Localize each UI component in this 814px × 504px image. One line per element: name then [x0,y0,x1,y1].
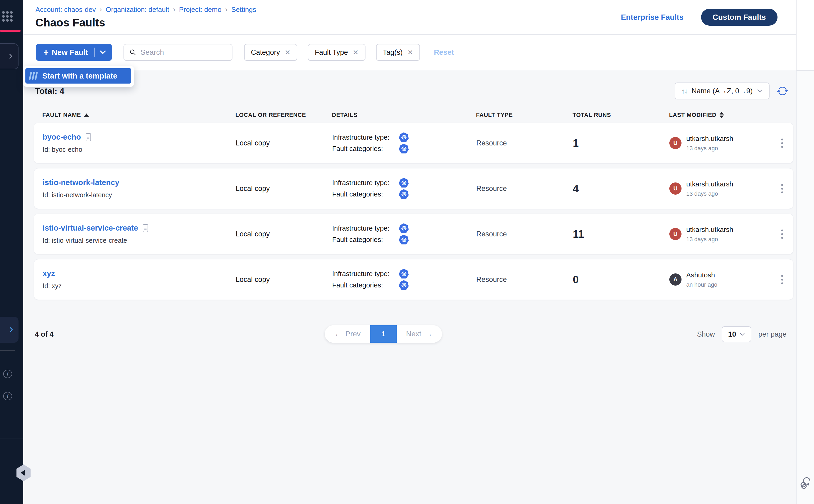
reset-filters-link[interactable]: Reset [434,48,454,57]
kubernetes-icon: ☸ [399,223,409,233]
modified-by: Ashutosh [686,271,717,279]
copy-id-icon[interactable] [142,224,149,232]
table-header: FAULT NAME LOCAL OR REFERENCE DETAILS FA… [34,112,793,118]
app-root: i i Account: chaos-dev › Organization: d… [0,0,814,504]
total-runs: 1 [573,137,669,149]
modified-time: an hour ago [686,281,717,288]
breadcrumb-separator: › [225,5,227,14]
total-count: Total: 4 [34,86,64,96]
row-menu-icon[interactable] [778,182,787,195]
next-label: Next [406,330,422,338]
fault-id: Id: xyz [43,282,236,290]
row-menu-icon[interactable] [778,228,787,240]
info-icon[interactable]: i [3,370,12,378]
table-row[interactable]: xyz Id: xyz Local copy Infrastructure ty… [34,259,793,300]
start-with-template-menu-item[interactable]: Start with a template [25,68,131,84]
breadcrumb-project[interactable]: Project: demo [179,6,221,14]
modified-by: utkarsh.utkarsh [686,135,733,143]
chevron-right-icon [8,327,14,333]
avatar: U [669,182,682,195]
local-or-reference: Local copy [236,276,332,284]
close-icon[interactable]: ✕ [353,48,359,57]
filter-chips: Category ✕ Fault Type ✕ Tag(s) ✕ [244,44,420,61]
per-page-value: 10 [728,330,736,338]
sort-dropdown-value: Name (A→Z, 0→9) [692,87,753,95]
infrastructure-type-label: Infrastructure type: [332,133,399,141]
search-icon [129,48,136,56]
breadcrumb: Account: chaos-dev › Organization: defau… [35,5,256,14]
kubernetes-icon: ☸ [399,132,409,143]
breadcrumb-organization[interactable]: Organization: default [106,6,169,14]
filter-chip-category[interactable]: Category ✕ [244,44,297,61]
modified-time: 13 days ago [686,145,733,152]
column-fault-name[interactable]: FAULT NAME [42,112,235,118]
enterprise-faults-link[interactable]: Enterprise Faults [621,13,684,22]
arrow-left-icon: ← [334,330,342,338]
local-or-reference: Local copy [236,230,332,238]
sidebar-divider [0,350,15,351]
column-label: DETAILS [332,112,358,118]
fault-name-link[interactable]: xyz [43,269,55,278]
support-chat-icon[interactable] [799,476,812,490]
chevron-down-icon [757,89,763,93]
page-header: Account: chaos-dev › Organization: defau… [23,0,796,35]
fault-name-link[interactable]: byoc-echo [43,133,81,141]
fault-categories-label: Fault categories: [332,190,399,198]
sort-dropdown[interactable]: ↑↓ Name (A→Z, 0→9) [675,83,770,99]
menu-item-label: Start with a template [42,72,117,80]
new-fault-button[interactable]: + New Fault [36,44,112,61]
sidebar-expand-toggle-bottom[interactable] [0,317,19,343]
apps-grid-icon[interactable] [2,11,14,22]
plus-icon: + [43,47,49,58]
breadcrumb-settings[interactable]: Settings [231,6,256,14]
custom-faults-button[interactable]: Custom Faults [701,9,778,26]
new-fault-dropdown-toggle[interactable] [95,50,111,54]
chevron-down-icon [740,333,745,336]
table-row[interactable]: istio-network-latency Id: istio-network-… [34,168,793,209]
kubernetes-icon: ☸ [399,269,409,279]
copy-id-icon[interactable] [85,133,92,141]
info-icon[interactable]: i [3,392,12,400]
new-fault-label: New Fault [52,48,88,57]
faults-list-section: Total: 4 ↑↓ Name (A→Z, 0→9) [23,70,796,504]
page-title: Chaos Faults [35,16,256,29]
fault-name-link[interactable]: istio-virtual-service-create [43,224,138,232]
fault-type: Resource [476,276,573,284]
sort-arrows-icon: ↑↓ [682,87,687,95]
search-input[interactable] [140,48,226,57]
prev-page-button[interactable]: ← Prev [325,325,370,343]
template-library-icon [30,72,37,80]
page-1-button[interactable]: 1 [370,325,397,343]
show-label: Show [697,330,715,338]
table-row[interactable]: istio-virtual-service-create Id: is [34,214,793,254]
local-or-reference: Local copy [236,185,332,193]
sidebar-divider [0,438,23,438]
fault-rows: byoc-echo Id: byoc-echo [34,123,793,300]
filter-chip-tags[interactable]: Tag(s) ✕ [376,44,420,61]
modified-by: utkarsh.utkarsh [686,180,733,188]
column-label: LAST MODIFIED [669,112,716,118]
next-page-button[interactable]: Next → [397,325,442,343]
refresh-button[interactable] [777,85,788,97]
fault-categories-label: Fault categories: [332,145,399,153]
total-runs: 4 [573,183,669,195]
per-page-select[interactable]: 10 [722,326,751,342]
fault-categories-label: Fault categories: [332,236,399,244]
breadcrumb-separator: › [173,5,175,14]
close-icon[interactable]: ✕ [285,48,290,57]
close-icon[interactable]: ✕ [408,48,413,57]
pager: ← Prev 1 Next → [325,325,442,343]
table-row[interactable]: byoc-echo Id: byoc-echo [34,123,793,163]
row-menu-icon[interactable] [778,273,787,286]
row-menu-icon[interactable] [778,137,787,149]
column-fault-type: FAULT TYPE [476,112,573,118]
column-details: DETAILS [332,112,476,118]
sidebar-expand-toggle[interactable] [0,43,19,69]
fault-name-link[interactable]: istio-network-latency [43,178,119,187]
filter-chip-fault-type[interactable]: Fault Type ✕ [308,44,365,61]
kubernetes-icon: ☸ [399,189,409,199]
breadcrumb-account[interactable]: Account: chaos-dev [35,6,96,14]
column-last-modified[interactable]: LAST MODIFIED [669,112,770,118]
module-accent-bar [0,30,21,32]
total-runs: 11 [573,228,669,240]
